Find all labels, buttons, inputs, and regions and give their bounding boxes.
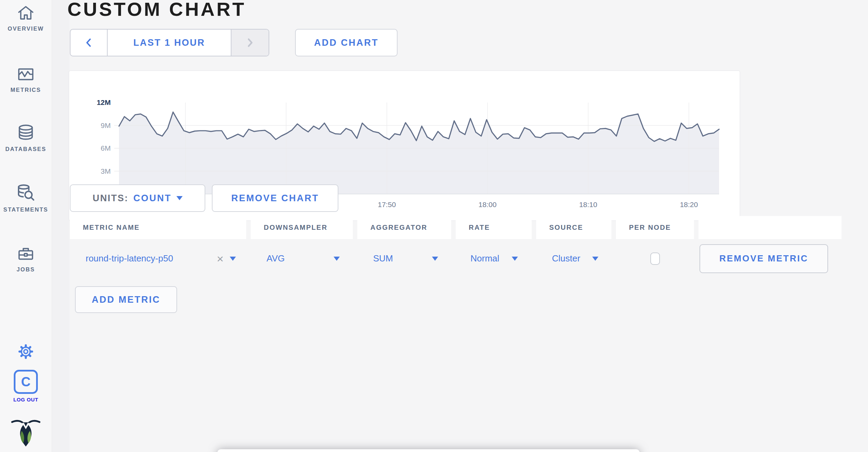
column-header-actions (698, 216, 842, 239)
sidebar: OVERVIEW METRICS DATABASES STATEMENTS (0, 0, 52, 452)
sidebar-logout-button[interactable]: C LOG OUT (0, 370, 52, 402)
source-dropdown[interactable]: Cluster (536, 253, 611, 264)
table-row: round-trip-latency-p50 × AVG SUM Normal … (70, 239, 843, 278)
add-metric-button[interactable]: ADD METRIC (75, 286, 177, 313)
metrics-icon (17, 65, 35, 83)
sidebar-item-label: DATABASES (5, 146, 46, 152)
chevron-right-icon (246, 37, 254, 48)
time-next-button[interactable] (231, 30, 269, 56)
metrics-table-header: METRIC NAME DOWNSAMPLER AGGREGATOR RATE … (70, 216, 843, 239)
sidebar-item-jobs[interactable]: JOBS (0, 245, 52, 273)
column-header-rate: RATE (456, 216, 532, 239)
per-node-checkbox[interactable] (650, 252, 660, 265)
aggregator-value: SUM (373, 253, 393, 264)
statements-icon (16, 184, 35, 203)
downsampler-value: AVG (267, 253, 285, 264)
gear-icon (18, 343, 34, 360)
column-header-downsampler: DOWNSAMPLER (251, 216, 353, 239)
svg-text:18:20: 18:20 (680, 201, 698, 208)
page-title: CUSTOM CHART (67, 0, 246, 20)
sidebar-gutter (52, 0, 69, 452)
metrics-table: METRIC NAME DOWNSAMPLER AGGREGATOR RATE … (70, 216, 843, 278)
sidebar-item-label: STATEMENTS (3, 206, 48, 213)
time-prev-button[interactable] (70, 30, 108, 56)
svg-text:9M: 9M (101, 121, 111, 129)
svg-text:17:50: 17:50 (378, 201, 396, 208)
svg-text:6M: 6M (101, 144, 111, 152)
sidebar-item-databases[interactable]: DATABASES (0, 124, 52, 152)
database-icon (17, 124, 35, 142)
cockroach-c-icon: C (14, 370, 38, 394)
caret-down-icon (592, 257, 598, 261)
sidebar-item-label: METRICS (11, 87, 41, 93)
time-range-value[interactable]: LAST 1 HOUR (108, 30, 231, 56)
caret-down-icon (176, 196, 183, 200)
svg-text:18:10: 18:10 (579, 201, 597, 208)
home-icon (17, 4, 35, 22)
add-chart-button[interactable]: ADD CHART (295, 29, 398, 56)
units-label: UNITS: (93, 193, 128, 204)
sidebar-item-statements[interactable]: STATEMENTS (0, 184, 52, 213)
rate-value: Normal (470, 253, 499, 264)
column-header-aggregator: AGGREGATOR (357, 216, 451, 239)
cockroachdb-bug-icon (8, 413, 44, 448)
caret-down-icon[interactable] (230, 257, 236, 261)
clear-metric-icon[interactable]: × (217, 255, 224, 262)
units-value: COUNT (133, 193, 172, 204)
svg-text:3M: 3M (101, 167, 111, 175)
sidebar-item-overview[interactable]: OVERVIEW (0, 4, 52, 32)
column-header-source: SOURCE (536, 216, 611, 239)
source-value: Cluster (552, 253, 580, 264)
sidebar-item-label: JOBS (17, 266, 35, 273)
aggregator-dropdown[interactable]: SUM (357, 253, 451, 264)
sidebar-settings-button[interactable] (0, 343, 52, 360)
downsampler-dropdown[interactable]: AVG (251, 253, 353, 264)
chevron-left-icon (85, 37, 93, 48)
briefcase-icon (17, 245, 35, 263)
caret-down-icon (432, 257, 438, 261)
column-header-metric-name: METRIC NAME (70, 216, 246, 239)
rate-dropdown[interactable]: Normal (456, 253, 532, 264)
sidebar-item-label: OVERVIEW (8, 25, 44, 32)
svg-text:12M: 12M (97, 98, 111, 106)
logout-label: LOG OUT (13, 397, 39, 402)
time-range-selector: LAST 1 HOUR (70, 29, 269, 56)
remove-metric-button[interactable]: REMOVE METRIC (699, 244, 828, 273)
svg-text:18:00: 18:00 (478, 201, 497, 208)
metric-name-value[interactable]: round-trip-latency-p50 (86, 253, 173, 264)
next-card-shadow (217, 449, 640, 452)
caret-down-icon (334, 257, 340, 261)
units-dropdown[interactable]: UNITS: COUNT (70, 184, 205, 212)
remove-chart-button[interactable]: REMOVE CHART (212, 184, 338, 212)
caret-down-icon (512, 257, 518, 261)
sidebar-item-metrics[interactable]: METRICS (0, 65, 52, 93)
sidebar-logo (0, 413, 52, 448)
column-header-per-node: PER NODE (616, 216, 694, 239)
main-content: CUSTOM CHART LAST 1 HOUR ADD CHART 17:30… (69, 0, 868, 452)
